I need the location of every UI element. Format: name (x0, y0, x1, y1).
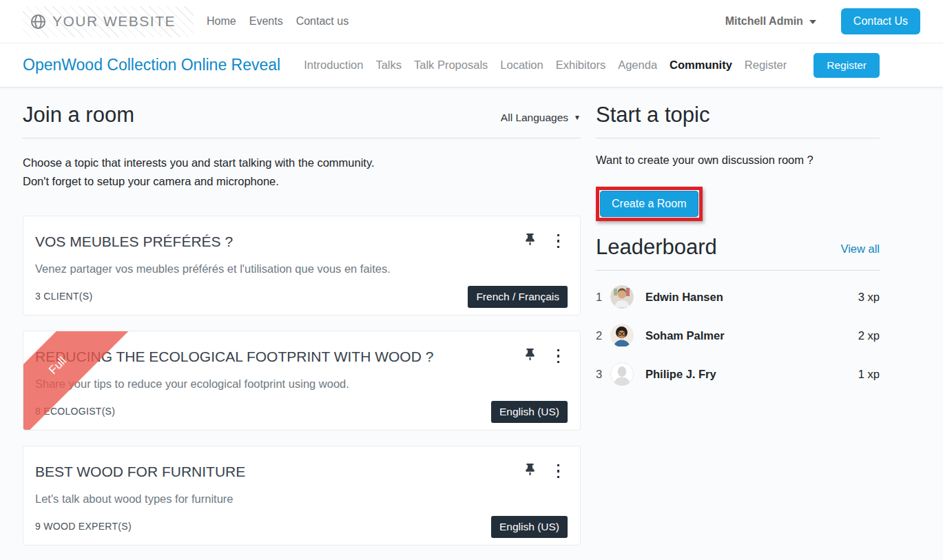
start-topic-title: Start a topic (596, 102, 709, 129)
divider (23, 138, 581, 138)
join-room-title: Join a room (23, 102, 134, 129)
room-card-vos-meubles[interactable]: VOS MEUBLES PRÉFÉRÉS ? Venez partager vo… (23, 216, 581, 315)
top-nav-links: Home Events Contact us (207, 15, 349, 28)
room-title: REDUCING THE ECOLOGICAL FOOTPRINT WITH W… (35, 345, 433, 368)
room-description: Venez partager vos meubles préférés et l… (35, 260, 568, 277)
register-button[interactable]: Register (814, 53, 880, 78)
rank: 2 (596, 329, 606, 342)
tab-location[interactable]: Location (500, 56, 543, 74)
participants-count: 3 CLIENT(S) (35, 291, 92, 308)
site-logo[interactable]: YOUR WEBSITE (23, 6, 194, 37)
tab-community[interactable]: Community (670, 56, 732, 74)
language-filter-dropdown[interactable]: All Languages ▼ (501, 112, 581, 129)
pin-icon[interactable] (526, 464, 535, 478)
room-card-best-wood[interactable]: BEST WOOD FOR FURNITURE Let's talk about… (23, 446, 581, 546)
participants-count: 8 ECOLOGIST(S) (35, 406, 115, 423)
intro-line-2: Don't forget to setup your camera and mi… (23, 172, 581, 191)
intro-line-1: Choose a topic that interests you and st… (23, 154, 581, 172)
room-description: Share your tips to reduce your ecologica… (35, 375, 568, 392)
room-card-ecological-footprint[interactable]: Full REDUCING THE ECOLOGICAL FOOTPRINT W… (23, 331, 581, 431)
event-title-link[interactable]: OpenWood Collection Online Reveal (23, 56, 280, 74)
participants-count: 9 WOOD EXPERT(S) (35, 521, 132, 538)
member-xp: 1 xp (858, 368, 880, 381)
language-badge: English (US) (491, 401, 568, 423)
member-xp: 3 xp (858, 291, 880, 304)
start-topic-prompt: Want to create your own discussion room … (596, 154, 880, 167)
tab-register[interactable]: Register (745, 56, 787, 74)
pin-icon[interactable] (526, 234, 535, 248)
avatar (610, 285, 634, 309)
rank: 1 (596, 291, 606, 304)
logo-text: YOUR WEBSITE (52, 13, 176, 30)
globe-icon (30, 13, 47, 30)
annotation-highlight-box: Create a Room (596, 187, 703, 221)
avatar (610, 324, 634, 347)
leaderboard-list: 1 Edwin Hansen 3 xp 2 (596, 278, 880, 393)
caret-down-icon: ▼ (574, 114, 581, 121)
language-filter-label: All Languages (501, 112, 568, 124)
kebab-menu-icon[interactable] (557, 349, 560, 364)
create-room-button[interactable]: Create a Room (600, 191, 698, 217)
nav-link-home[interactable]: Home (207, 15, 236, 28)
divider (596, 270, 880, 271)
rank: 3 (596, 368, 606, 381)
user-name: Mitchell Admin (725, 15, 803, 28)
language-badge: English (US) (491, 516, 568, 538)
nav-link-contact-us[interactable]: Contact us (296, 15, 349, 28)
tab-exhibitors[interactable]: Exhibitors (556, 56, 605, 74)
event-nav: OpenWood Collection Online Reveal Introd… (0, 43, 943, 87)
event-tabs: Introduction Talks Talk Proposals Locati… (304, 56, 787, 74)
member-name: Soham Palmer (645, 329, 725, 342)
caret-down-icon (809, 20, 816, 24)
user-menu[interactable]: Mitchell Admin (725, 15, 816, 28)
tab-agenda[interactable]: Agenda (618, 56, 657, 74)
divider (596, 138, 880, 138)
language-badge: French / Français (468, 286, 568, 308)
view-all-link[interactable]: View all (840, 242, 880, 261)
top-nav: YOUR WEBSITE Home Events Contact us Mitc… (0, 0, 943, 43)
leaderboard-row: 3 Philipe J. Fry 1 xp (596, 355, 880, 393)
leaderboard-title: Leaderboard (596, 234, 717, 261)
member-name: Edwin Hansen (645, 291, 723, 304)
tab-talks[interactable]: Talks (375, 56, 402, 74)
top-nav-right: Mitchell Admin Contact Us (725, 8, 920, 34)
kebab-menu-icon[interactable] (557, 464, 560, 479)
member-name: Philipe J. Fry (645, 368, 716, 381)
nav-link-events[interactable]: Events (249, 15, 283, 28)
room-title: BEST WOOD FOR FURNITURE (35, 460, 245, 483)
room-list: VOS MEUBLES PRÉFÉRÉS ? Venez partager vo… (23, 216, 581, 546)
leaderboard-row: 2 Soham Palmer 2 xp (596, 316, 880, 355)
side-column: Start a topic Want to create your own di… (596, 102, 880, 546)
leaderboard-row: 1 Edwin Hansen 3 xp (596, 278, 880, 316)
contact-us-button[interactable]: Contact Us (841, 8, 920, 34)
tab-talk-proposals[interactable]: Talk Proposals (414, 56, 488, 74)
room-description: Let's talk about wood types for furnitur… (35, 490, 568, 507)
pin-icon[interactable] (526, 349, 535, 363)
kebab-menu-icon[interactable] (557, 234, 560, 249)
member-xp: 2 xp (858, 329, 880, 342)
join-room-section: Join a room All Languages ▼ Choose a top… (23, 102, 581, 546)
tab-introduction[interactable]: Introduction (304, 56, 363, 74)
room-title: VOS MEUBLES PRÉFÉRÉS ? (35, 230, 233, 253)
main-content: Join a room All Languages ▼ Choose a top… (0, 87, 943, 546)
avatar (610, 362, 634, 386)
